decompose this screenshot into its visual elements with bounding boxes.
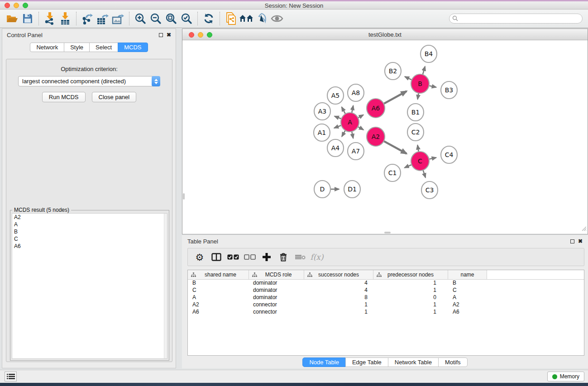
- new-network-icon[interactable]: [223, 11, 239, 26]
- table-cell[interactable]: dominator: [249, 294, 304, 301]
- table-cell[interactable]: 1: [304, 301, 373, 309]
- table-cell[interactable]: B: [188, 280, 249, 287]
- column-header-mcds-role[interactable]: MCDS role: [249, 270, 304, 279]
- graph-edge-A2-C[interactable]: [384, 141, 406, 153]
- graph-edge-B-B3[interactable]: [430, 86, 436, 87]
- mcds-result-item[interactable]: A2: [12, 214, 167, 221]
- tab-select[interactable]: Select: [89, 43, 118, 52]
- float-panel-icon[interactable]: [159, 33, 163, 37]
- export-image-icon[interactable]: [110, 11, 126, 26]
- graph-edge-A-A5[interactable]: [342, 107, 345, 114]
- show-hide-icon[interactable]: [269, 11, 285, 26]
- column-header-shared-name[interactable]: shared name: [188, 270, 249, 279]
- tab-edge-table[interactable]: Edge Table: [345, 357, 388, 367]
- close-panel-icon[interactable]: ✖: [167, 33, 171, 37]
- table-cell[interactable]: 4: [304, 287, 373, 294]
- search-input[interactable]: [449, 14, 583, 24]
- close-window-button[interactable]: [5, 3, 10, 8]
- network-minimize-button[interactable]: [198, 32, 203, 38]
- table-cell[interactable]: 4: [304, 280, 373, 287]
- column-header-name[interactable]: name: [448, 270, 487, 279]
- minimize-window-button[interactable]: [14, 3, 19, 8]
- table-row[interactable]: Bdominator41B: [188, 280, 584, 287]
- table-cell[interactable]: 1: [373, 280, 448, 287]
- table-cell[interactable]: 1: [373, 301, 448, 309]
- graph-edge-A-A4[interactable]: [342, 130, 345, 136]
- table-cell[interactable]: 1: [373, 287, 448, 294]
- graph-edge-A-A1[interactable]: [334, 125, 341, 128]
- tab-network[interactable]: Network: [30, 43, 64, 52]
- table-settings-gear-icon[interactable]: ⚙: [193, 250, 206, 264]
- table-cell[interactable]: dominator: [249, 280, 304, 287]
- tab-style[interactable]: Style: [64, 43, 90, 52]
- network-canvas[interactable]: B4B2BB3B1C2A5A8A6A3AA1A2A4A7C4CC1C3DD1: [182, 40, 588, 234]
- close-table-panel-icon[interactable]: ✖: [578, 239, 583, 243]
- table-cell[interactable]: A: [448, 294, 487, 301]
- mcds-result-list[interactable]: A2ABCA6: [12, 213, 167, 359]
- tab-motifs[interactable]: Motifs: [438, 357, 468, 367]
- tab-network-table[interactable]: Network Table: [388, 357, 439, 367]
- zoom-fit-icon[interactable]: [163, 11, 179, 26]
- horizontal-scroll-thumb[interactable]: [384, 232, 391, 234]
- tab-node-table[interactable]: Node Table: [302, 357, 346, 367]
- mcds-result-item[interactable]: A: [12, 221, 167, 228]
- import-network-icon[interactable]: [42, 11, 57, 26]
- list-scrollbar[interactable]: [164, 214, 167, 358]
- graph-edge-B-B4[interactable]: [423, 67, 425, 75]
- optimization-criterion-select[interactable]: largest connected component (directed): [18, 76, 160, 86]
- tab-mcds[interactable]: MCDS: [118, 43, 148, 52]
- home-layout-icon[interactable]: [239, 11, 254, 26]
- table-cell[interactable]: A6: [448, 309, 487, 316]
- table-row[interactable]: Cdominator41C: [188, 287, 584, 294]
- graph-edge-C-C4[interactable]: [430, 157, 436, 159]
- open-session-icon[interactable]: [5, 11, 20, 26]
- table-cell[interactable]: C: [188, 287, 249, 294]
- zoom-window-button[interactable]: [23, 3, 28, 8]
- refresh-view-icon[interactable]: [201, 11, 216, 26]
- graph-edge-C-C2[interactable]: [417, 145, 418, 152]
- resize-grip[interactable]: [581, 225, 587, 233]
- select-all-columns-icon[interactable]: [227, 250, 239, 264]
- column-header-predecessor-nodes[interactable]: predecessor nodes: [373, 270, 448, 279]
- delete-column-icon[interactable]: [277, 250, 290, 264]
- table-cell[interactable]: A2: [448, 301, 487, 309]
- network-close-button[interactable]: [189, 32, 194, 38]
- table-cell[interactable]: A6: [188, 309, 249, 316]
- export-table-icon[interactable]: [95, 11, 110, 26]
- import-table-icon[interactable]: [57, 11, 73, 26]
- memory-button[interactable]: Memory: [547, 372, 584, 381]
- table-cell[interactable]: C: [448, 287, 487, 294]
- run-mcds-button[interactable]: Run MCDS: [42, 92, 86, 102]
- deselect-all-columns-icon[interactable]: [244, 250, 256, 264]
- mcds-result-item[interactable]: A6: [12, 243, 167, 250]
- zoom-selected-icon[interactable]: [179, 11, 194, 26]
- export-network-icon[interactable]: [80, 11, 95, 26]
- graph-edge-A-A2[interactable]: [358, 127, 363, 130]
- zoom-in-icon[interactable]: [133, 11, 148, 26]
- task-history-button[interactable]: [5, 372, 17, 381]
- close-panel-button[interactable]: Close panel: [92, 92, 137, 102]
- table-cell[interactable]: connector: [249, 301, 304, 309]
- table-cell[interactable]: A: [188, 294, 249, 301]
- table-row[interactable]: Adominator80A: [188, 294, 584, 301]
- graph-edge-C-C3[interactable]: [423, 170, 425, 177]
- table-cell[interactable]: B: [448, 280, 487, 287]
- graph-edge-A-A7[interactable]: [352, 132, 353, 138]
- highlight-icon[interactable]: [254, 11, 269, 26]
- float-table-panel-icon[interactable]: [570, 239, 574, 243]
- table-row[interactable]: A2connector11A2: [188, 301, 584, 309]
- graph-edge-A-A3[interactable]: [335, 116, 341, 119]
- vertical-scroll-thumb[interactable]: [183, 193, 185, 200]
- graph-edge-A-A8[interactable]: [352, 105, 353, 113]
- table-cell[interactable]: 0: [373, 294, 448, 301]
- column-header-successor-nodes[interactable]: successor nodes: [304, 270, 373, 279]
- network-zoom-button[interactable]: [207, 32, 212, 38]
- table-cell[interactable]: 1: [304, 309, 373, 316]
- show-columns-icon[interactable]: [210, 250, 223, 264]
- table-cell[interactable]: connector: [249, 309, 304, 316]
- graph-edge-B-B1[interactable]: [418, 93, 419, 100]
- save-session-icon[interactable]: [20, 11, 35, 26]
- graph-edge-A6-B[interactable]: [384, 91, 406, 103]
- table-cell[interactable]: dominator: [249, 287, 304, 294]
- table-cell[interactable]: 8: [304, 294, 373, 301]
